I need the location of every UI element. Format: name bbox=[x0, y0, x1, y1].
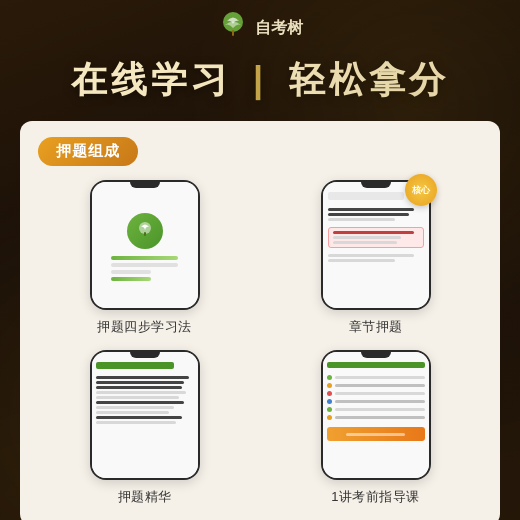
phone-label-3: 押题精华 bbox=[118, 488, 172, 506]
screen2-hl-3 bbox=[333, 241, 398, 244]
screen2-line-1 bbox=[328, 208, 414, 211]
content-card: 押题组成 bbox=[20, 121, 500, 520]
dot-red bbox=[327, 391, 332, 396]
screen4-item-4 bbox=[327, 399, 425, 404]
phone-screen-1 bbox=[92, 182, 198, 308]
screen4-item-3 bbox=[327, 391, 425, 396]
phone-label-1: 押题四步学习法 bbox=[97, 318, 192, 336]
phone-label-4: 1讲考前指导课 bbox=[331, 488, 420, 506]
phone-screen-3 bbox=[92, 352, 198, 478]
screen2-line-3 bbox=[328, 218, 395, 221]
phone-item-1: 押题四步学习法 bbox=[38, 180, 251, 336]
screen-icon-green bbox=[127, 213, 163, 249]
phone-frame-wrapper-3 bbox=[90, 350, 200, 480]
dot-orange bbox=[327, 383, 332, 388]
screen4-header bbox=[327, 362, 425, 368]
s4line6 bbox=[335, 416, 425, 419]
phone-notch-4 bbox=[361, 352, 391, 358]
screen-1-lines bbox=[111, 256, 178, 281]
phone-frame-wrapper-1 bbox=[90, 180, 200, 310]
svg-rect-3 bbox=[144, 232, 146, 236]
s3l9 bbox=[96, 416, 182, 419]
s3l7 bbox=[96, 406, 174, 409]
page-background: 自考树 在线学习 | 轻松拿分 押题组成 bbox=[0, 0, 520, 520]
screen2-text bbox=[328, 208, 424, 221]
screen4-items bbox=[327, 375, 425, 420]
s4line5 bbox=[335, 408, 425, 411]
dot-green-2 bbox=[327, 407, 332, 412]
s3l6 bbox=[96, 401, 184, 404]
core-badge: 核心 bbox=[405, 174, 437, 206]
screen4-item-5 bbox=[327, 407, 425, 412]
screen2-highlight bbox=[328, 227, 424, 248]
s3l1 bbox=[96, 376, 189, 379]
s4line4 bbox=[335, 400, 425, 403]
phone-notch-1 bbox=[130, 182, 160, 188]
phone-notch-2 bbox=[361, 182, 391, 188]
screen4-item-2 bbox=[327, 383, 425, 388]
screen-line-4 bbox=[111, 277, 151, 281]
screen2-f2 bbox=[328, 259, 395, 262]
screen2-hl-2 bbox=[333, 236, 402, 239]
footer-line bbox=[346, 433, 405, 436]
dot-blue bbox=[327, 399, 332, 404]
screen4-item-1 bbox=[327, 375, 425, 380]
s3l10 bbox=[96, 421, 176, 424]
phone-item-3: 押题精华 bbox=[38, 350, 251, 506]
phone-label-2: 章节押题 bbox=[349, 318, 403, 336]
section-label: 押题组成 bbox=[38, 137, 138, 166]
screen2-f1 bbox=[328, 254, 414, 257]
s3l4 bbox=[96, 391, 186, 394]
screen3-header bbox=[96, 362, 174, 369]
screen2-title bbox=[328, 192, 405, 200]
phone-item-4: 1讲考前指导课 bbox=[269, 350, 482, 506]
phone-frame-wrapper-4 bbox=[321, 350, 431, 480]
phone-frame-4 bbox=[321, 350, 431, 480]
dot-orange-2 bbox=[327, 415, 332, 420]
screen-line-2 bbox=[111, 263, 178, 267]
screen-line-3 bbox=[111, 270, 151, 274]
screen2-line-2 bbox=[328, 213, 410, 216]
s3l3 bbox=[96, 386, 182, 389]
screen3-lines bbox=[96, 376, 194, 424]
dot-green bbox=[327, 375, 332, 380]
phone-notch-3 bbox=[130, 352, 160, 358]
s4line2 bbox=[335, 384, 425, 387]
s4line3 bbox=[335, 392, 425, 395]
phone-grid: 押题四步学习法 核心 bbox=[38, 180, 482, 506]
s3l2 bbox=[96, 381, 184, 384]
screen4-footer bbox=[327, 427, 425, 441]
phone-screen-4 bbox=[323, 352, 429, 478]
s3l5 bbox=[96, 396, 179, 399]
s4line1 bbox=[335, 376, 425, 379]
phone-frame-3 bbox=[90, 350, 200, 480]
screen4-item-6 bbox=[327, 415, 425, 420]
phone-frame-wrapper-2: 核心 bbox=[321, 180, 431, 310]
screen2-hl-1 bbox=[333, 231, 415, 234]
phone-item-2: 核心 bbox=[269, 180, 482, 336]
phone-frame-1 bbox=[90, 180, 200, 310]
s3l8 bbox=[96, 411, 170, 414]
screen2-footer-text bbox=[328, 254, 424, 262]
screen-line-1 bbox=[111, 256, 178, 260]
